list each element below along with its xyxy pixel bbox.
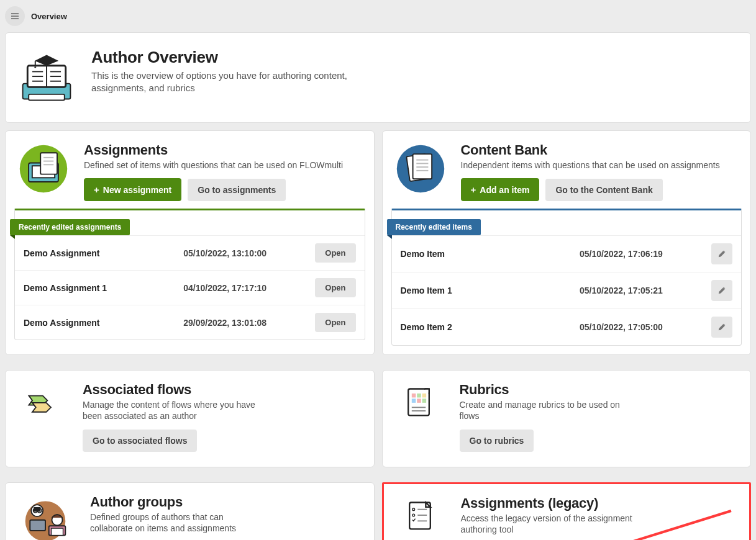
page-subtitle: This is the overview of options you have… xyxy=(91,70,377,95)
legacy-subtitle: Access the legacy version of the assignm… xyxy=(461,513,635,535)
recent-assignments-list: Recently edited assignments Demo Assignm… xyxy=(14,209,365,340)
svg-rect-31 xyxy=(422,399,426,403)
assignment-name: Demo Assignment xyxy=(24,318,176,328)
item-date: 05/10/2022, 17:05:21 xyxy=(580,286,704,295)
rubrics-subtitle: Create and manage rubrics to be used on … xyxy=(460,399,634,421)
associated-flows-card: Associated flows Manage the content of f… xyxy=(5,370,375,467)
plus-icon: + xyxy=(94,184,99,195)
new-assignment-button[interactable]: +New assignment xyxy=(84,178,181,201)
content-bank-title: Content Bank xyxy=(461,142,739,158)
assignment-date: 05/10/2022, 13:10:00 xyxy=(183,248,307,258)
svg-rect-26 xyxy=(411,394,416,398)
recent-items-ribbon: Recently edited items xyxy=(387,219,481,235)
rubrics-icon xyxy=(401,384,436,419)
edit-item-button[interactable] xyxy=(711,243,732,264)
svg-rect-29 xyxy=(411,399,416,403)
assignment-date: 04/10/2022, 17:17:10 xyxy=(183,283,307,293)
pencil-icon xyxy=(717,323,726,331)
pencil-icon xyxy=(717,286,726,295)
assignments-legacy-card: Assignments (legacy) Access the legacy v… xyxy=(382,482,752,540)
assignments-icon xyxy=(17,142,71,197)
item-date: 05/10/2022, 17:06:19 xyxy=(580,249,704,259)
hamburger-icon xyxy=(10,11,20,21)
author-groups-icon xyxy=(16,494,75,540)
add-item-button[interactable]: +Add an item xyxy=(461,178,540,201)
author-groups-card: Author groups Defined groups of authors … xyxy=(5,482,375,540)
edit-item-button[interactable] xyxy=(711,280,732,301)
open-assignment-button[interactable]: Open xyxy=(315,313,355,332)
svg-rect-42 xyxy=(52,528,63,535)
breadcrumb: Overview xyxy=(31,12,67,21)
assignment-name: Demo Assignment 1 xyxy=(24,283,176,293)
legacy-icon xyxy=(403,498,437,533)
list-item: Demo Assignment 1 04/10/2022, 17:17:10 O… xyxy=(15,270,365,305)
rubrics-card: Rubrics Create and manage rubrics to be … xyxy=(382,370,752,467)
open-assignment-button[interactable]: Open xyxy=(315,243,355,263)
assignment-name: Demo Assignment xyxy=(24,248,176,258)
topbar: Overview xyxy=(0,0,756,32)
assignments-title: Assignments xyxy=(84,142,362,158)
svg-rect-28 xyxy=(422,394,426,398)
svg-rect-1 xyxy=(29,94,65,101)
goto-rubrics-button[interactable]: Go to rubrics xyxy=(460,430,534,452)
content-bank-subtitle: Independent items with questions that ca… xyxy=(461,160,739,171)
goto-assignments-button[interactable]: Go to assignments xyxy=(188,179,286,201)
legacy-title: Assignments (legacy) xyxy=(461,495,737,511)
menu-button[interactable] xyxy=(5,6,25,26)
list-item: Demo Item 1 05/10/2022, 17:05:21 xyxy=(392,272,742,308)
svg-rect-35 xyxy=(30,520,45,530)
flows-title: Associated flows xyxy=(83,382,362,398)
flows-subtitle: Manage the content of flows where you ha… xyxy=(83,399,257,421)
flows-icon xyxy=(24,384,59,419)
assignments-subtitle: Defined set of items with questions that… xyxy=(84,160,362,171)
edit-item-button[interactable] xyxy=(711,317,732,338)
open-assignment-button[interactable]: Open xyxy=(315,278,355,297)
rubrics-title: Rubrics xyxy=(460,382,739,398)
list-item: Demo Item 05/10/2022, 17:06:19 xyxy=(392,235,742,272)
item-name: Demo Item 2 xyxy=(401,322,573,332)
svg-rect-10 xyxy=(35,61,36,67)
hero-card: Author Overview This is the overview of … xyxy=(5,32,751,123)
item-date: 05/10/2022, 17:05:00 xyxy=(580,322,704,332)
recent-assignments-ribbon: Recently edited assignments xyxy=(10,219,130,235)
svg-rect-14 xyxy=(40,153,57,174)
item-name: Demo Item xyxy=(401,249,573,259)
content-bank-icon xyxy=(394,142,449,197)
author-groups-subtitle: Defined groups of authors that can colla… xyxy=(90,511,252,534)
item-name: Demo Item 1 xyxy=(401,286,573,295)
pencil-icon xyxy=(717,250,726,258)
list-item: Demo Assignment 05/10/2022, 13:10:00 Ope… xyxy=(15,235,365,270)
plus-icon: + xyxy=(471,184,476,195)
author-overview-icon xyxy=(17,48,76,107)
list-item: Demo Item 2 05/10/2022, 17:05:00 xyxy=(392,308,742,345)
assignments-card: Assignments Defined set of items with qu… xyxy=(5,130,375,355)
page-title: Author Overview xyxy=(91,48,377,67)
goto-flows-button[interactable]: Go to associated flows xyxy=(83,430,197,452)
svg-rect-27 xyxy=(417,394,421,398)
recent-items-list: Recently edited items Demo Item 05/10/20… xyxy=(391,209,742,346)
goto-content-bank-button[interactable]: Go to the Content Bank xyxy=(545,179,662,201)
svg-rect-30 xyxy=(417,399,421,403)
content-bank-card: Content Bank Independent items with ques… xyxy=(382,130,752,355)
list-item: Demo Assignment 29/09/2022, 13:01:08 Ope… xyxy=(15,305,365,340)
assignment-date: 29/09/2022, 13:01:08 xyxy=(183,318,307,328)
author-groups-title: Author groups xyxy=(90,494,362,510)
